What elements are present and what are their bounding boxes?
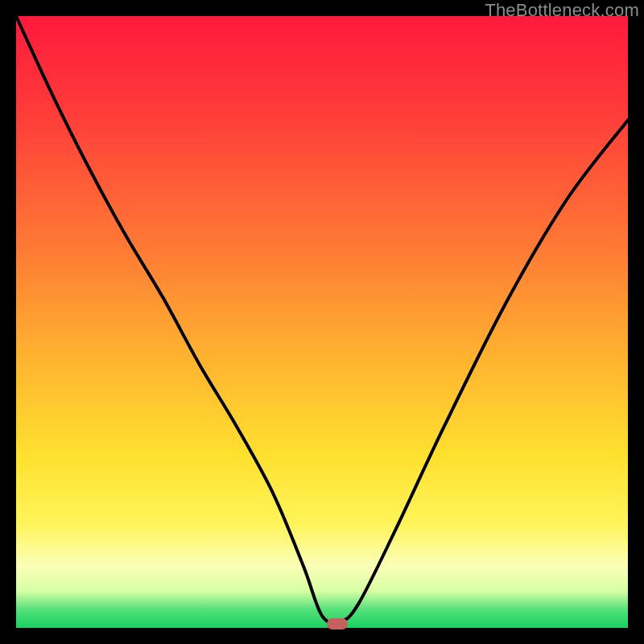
- chart-frame: TheBottleneck.com: [0, 0, 644, 644]
- optimal-point-marker: [327, 618, 348, 630]
- plot-area: [16, 16, 628, 628]
- bottleneck-curve: [16, 16, 628, 628]
